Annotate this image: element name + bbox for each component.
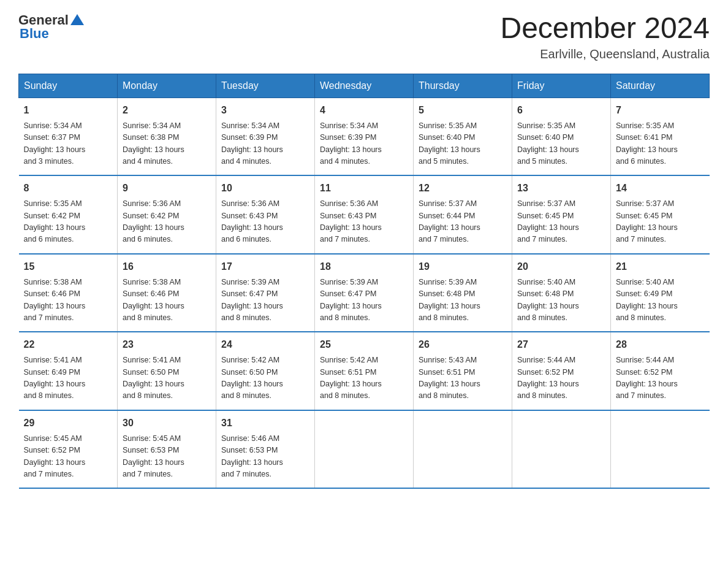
calendar-cell: 1Sunrise: 5:34 AMSunset: 6:37 PMDaylight… [19, 98, 118, 175]
day-number: 24 [221, 337, 309, 352]
day-info: Sunrise: 5:35 AMSunset: 6:41 PMDaylight:… [616, 120, 705, 168]
calendar-cell: 20Sunrise: 5:40 AMSunset: 6:48 PMDayligh… [512, 254, 611, 332]
calendar-cell: 12Sunrise: 5:37 AMSunset: 6:44 PMDayligh… [414, 175, 512, 254]
day-info: Sunrise: 5:34 AMSunset: 6:39 PMDaylight:… [320, 120, 408, 168]
day-info: Sunrise: 5:38 AMSunset: 6:46 PMDaylight:… [24, 277, 113, 324]
day-number: 10 [221, 181, 309, 196]
calendar-week-row: 29Sunrise: 5:45 AMSunset: 6:52 PMDayligh… [19, 410, 710, 489]
calendar-cell: 11Sunrise: 5:36 AMSunset: 6:43 PMDayligh… [315, 175, 414, 254]
calendar-header-row: SundayMondayTuesdayWednesdayThursdayFrid… [19, 74, 710, 98]
day-info: Sunrise: 5:39 AMSunset: 6:48 PMDaylight:… [419, 277, 507, 324]
day-number: 26 [419, 337, 507, 352]
calendar-week-row: 1Sunrise: 5:34 AMSunset: 6:37 PMDaylight… [19, 98, 710, 175]
calendar-cell: 16Sunrise: 5:38 AMSunset: 6:46 PMDayligh… [118, 254, 216, 332]
day-number: 5 [419, 103, 507, 118]
calendar-cell: 9Sunrise: 5:36 AMSunset: 6:42 PMDaylight… [118, 175, 216, 254]
column-header-sunday: Sunday [19, 74, 118, 98]
day-info: Sunrise: 5:46 AMSunset: 6:53 PMDaylight:… [221, 433, 309, 481]
day-info: Sunrise: 5:40 AMSunset: 6:49 PMDaylight:… [616, 277, 705, 324]
day-number: 31 [221, 416, 309, 431]
day-number: 27 [517, 337, 605, 352]
calendar-cell: 26Sunrise: 5:43 AMSunset: 6:51 PMDayligh… [414, 332, 512, 410]
calendar-cell [414, 410, 512, 489]
day-number: 19 [419, 259, 507, 274]
calendar-cell: 28Sunrise: 5:44 AMSunset: 6:52 PMDayligh… [611, 332, 710, 410]
calendar-cell: 13Sunrise: 5:37 AMSunset: 6:45 PMDayligh… [512, 175, 611, 254]
day-number: 21 [616, 259, 705, 274]
day-number: 23 [123, 337, 211, 352]
day-number: 12 [419, 181, 507, 196]
calendar-table: SundayMondayTuesdayWednesdayThursdayFrid… [18, 74, 710, 489]
day-number: 9 [123, 181, 211, 196]
day-info: Sunrise: 5:37 AMSunset: 6:45 PMDaylight:… [517, 198, 605, 246]
day-number: 22 [24, 337, 113, 352]
calendar-cell [512, 410, 611, 489]
calendar-cell: 14Sunrise: 5:37 AMSunset: 6:45 PMDayligh… [611, 175, 710, 254]
day-info: Sunrise: 5:39 AMSunset: 6:47 PMDaylight:… [221, 277, 309, 324]
day-number: 25 [320, 337, 408, 352]
svg-marker-0 [70, 14, 84, 25]
day-number: 13 [517, 181, 605, 196]
column-header-monday: Monday [118, 74, 216, 98]
day-number: 7 [616, 103, 705, 118]
calendar-cell: 19Sunrise: 5:39 AMSunset: 6:48 PMDayligh… [414, 254, 512, 332]
day-number: 20 [517, 259, 605, 274]
day-info: Sunrise: 5:37 AMSunset: 6:44 PMDaylight:… [419, 198, 507, 246]
calendar-cell: 31Sunrise: 5:46 AMSunset: 6:53 PMDayligh… [216, 410, 315, 489]
calendar-week-row: 15Sunrise: 5:38 AMSunset: 6:46 PMDayligh… [19, 254, 710, 332]
day-info: Sunrise: 5:34 AMSunset: 6:39 PMDaylight:… [221, 120, 309, 168]
location-title: Earlville, Queensland, Australia [500, 47, 710, 61]
calendar-cell: 10Sunrise: 5:36 AMSunset: 6:43 PMDayligh… [216, 175, 315, 254]
calendar-cell: 22Sunrise: 5:41 AMSunset: 6:49 PMDayligh… [19, 332, 118, 410]
day-number: 15 [24, 259, 113, 274]
day-number: 18 [320, 259, 408, 274]
day-info: Sunrise: 5:37 AMSunset: 6:45 PMDaylight:… [616, 198, 705, 246]
calendar-cell: 4Sunrise: 5:34 AMSunset: 6:39 PMDaylight… [315, 98, 414, 175]
day-info: Sunrise: 5:34 AMSunset: 6:37 PMDaylight:… [24, 120, 113, 168]
calendar-cell: 17Sunrise: 5:39 AMSunset: 6:47 PMDayligh… [216, 254, 315, 332]
calendar-cell: 27Sunrise: 5:44 AMSunset: 6:52 PMDayligh… [512, 332, 611, 410]
day-info: Sunrise: 5:38 AMSunset: 6:46 PMDaylight:… [123, 277, 211, 324]
calendar-cell [315, 410, 414, 489]
day-info: Sunrise: 5:44 AMSunset: 6:52 PMDaylight:… [616, 354, 705, 402]
day-number: 3 [221, 103, 309, 118]
calendar-cell: 7Sunrise: 5:35 AMSunset: 6:41 PMDaylight… [611, 98, 710, 175]
column-header-friday: Friday [512, 74, 611, 98]
day-number: 8 [24, 181, 113, 196]
day-info: Sunrise: 5:45 AMSunset: 6:53 PMDaylight:… [123, 433, 211, 481]
day-number: 4 [320, 103, 408, 118]
logo-blue-text: Blue [20, 26, 49, 42]
day-info: Sunrise: 5:39 AMSunset: 6:47 PMDaylight:… [320, 277, 408, 324]
day-info: Sunrise: 5:34 AMSunset: 6:38 PMDaylight:… [123, 120, 211, 168]
calendar-cell: 2Sunrise: 5:34 AMSunset: 6:38 PMDaylight… [118, 98, 216, 175]
calendar-week-row: 22Sunrise: 5:41 AMSunset: 6:49 PMDayligh… [19, 332, 710, 410]
day-info: Sunrise: 5:44 AMSunset: 6:52 PMDaylight:… [517, 354, 605, 402]
calendar-cell: 5Sunrise: 5:35 AMSunset: 6:40 PMDaylight… [414, 98, 512, 175]
day-number: 11 [320, 181, 408, 196]
day-info: Sunrise: 5:35 AMSunset: 6:42 PMDaylight:… [24, 198, 113, 246]
logo: General Blue [18, 12, 84, 42]
day-info: Sunrise: 5:45 AMSunset: 6:52 PMDaylight:… [24, 433, 113, 481]
day-number: 30 [123, 416, 211, 431]
calendar-cell [611, 410, 710, 489]
day-info: Sunrise: 5:35 AMSunset: 6:40 PMDaylight:… [517, 120, 605, 168]
day-number: 28 [616, 337, 705, 352]
day-number: 17 [221, 259, 309, 274]
day-info: Sunrise: 5:36 AMSunset: 6:43 PMDaylight:… [221, 198, 309, 246]
column-header-wednesday: Wednesday [315, 74, 414, 98]
column-header-saturday: Saturday [611, 74, 710, 98]
day-info: Sunrise: 5:41 AMSunset: 6:50 PMDaylight:… [123, 354, 211, 402]
calendar-cell: 8Sunrise: 5:35 AMSunset: 6:42 PMDaylight… [19, 175, 118, 254]
calendar-week-row: 8Sunrise: 5:35 AMSunset: 6:42 PMDaylight… [19, 175, 710, 254]
page-header: General Blue December 2024 Earlville, Qu… [18, 12, 710, 61]
day-info: Sunrise: 5:36 AMSunset: 6:42 PMDaylight:… [123, 198, 211, 246]
logo-block: General Blue [18, 12, 84, 42]
calendar-cell: 29Sunrise: 5:45 AMSunset: 6:52 PMDayligh… [19, 410, 118, 489]
calendar-cell: 15Sunrise: 5:38 AMSunset: 6:46 PMDayligh… [19, 254, 118, 332]
calendar-cell: 24Sunrise: 5:42 AMSunset: 6:50 PMDayligh… [216, 332, 315, 410]
calendar-cell: 25Sunrise: 5:42 AMSunset: 6:51 PMDayligh… [315, 332, 414, 410]
column-header-tuesday: Tuesday [216, 74, 315, 98]
day-number: 16 [123, 259, 211, 274]
month-title: December 2024 [500, 12, 710, 45]
day-info: Sunrise: 5:40 AMSunset: 6:48 PMDaylight:… [517, 277, 605, 324]
